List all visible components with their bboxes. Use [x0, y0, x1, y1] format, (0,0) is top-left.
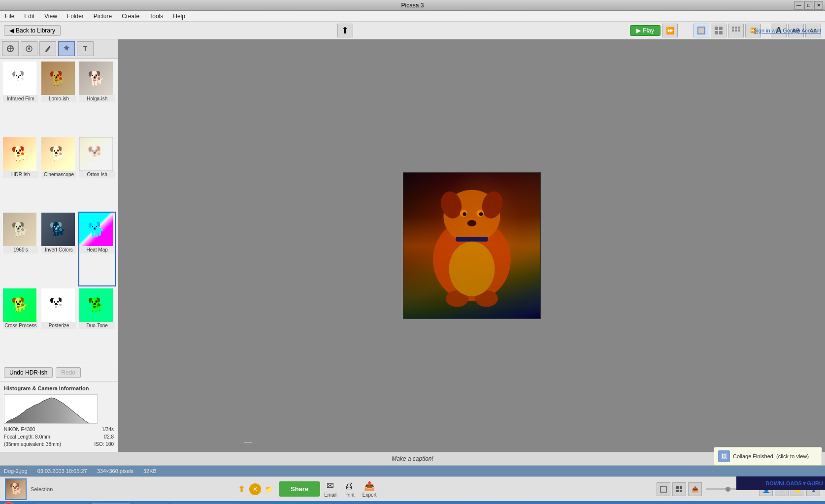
view-grid-button[interactable]: [672, 482, 686, 496]
email-label: Email: [324, 492, 336, 498]
effect-invert-label: Invert Colors: [41, 246, 77, 253]
play-nav-button[interactable]: ⏩: [662, 24, 678, 37]
menu-help[interactable]: Help: [170, 12, 188, 21]
play-group: ▶ Play ⏩: [630, 24, 678, 37]
export-label: Export: [363, 492, 377, 498]
watermark-text: DOWNLOADS▼GURU: [765, 480, 823, 486]
notification-toast[interactable]: 🖼 Collage Finished! (click to view): [714, 447, 822, 466]
view-single-button[interactable]: [657, 482, 670, 496]
brush-tool-button[interactable]: [39, 41, 56, 56]
scroll-indicator[interactable]: —: [244, 438, 252, 447]
play-button[interactable]: ▶ Play: [630, 25, 660, 36]
start-menu-button[interactable]: ☰: [2, 502, 16, 504]
svg-rect-3: [719, 27, 723, 30]
effect-cinemascope[interactable]: 🐕 Cinemascope: [40, 136, 78, 211]
menu-edit[interactable]: Edit: [21, 12, 37, 21]
effect-cross-process-label: Cross Process: [3, 322, 38, 329]
effect-posterize[interactable]: 🐕 Posterize: [40, 287, 78, 362]
effect-heat-map-label: Heat Map: [79, 246, 115, 253]
focal-length: Focal Length: 8.0mm: [4, 433, 50, 441]
effects-tool-button[interactable]: [58, 41, 75, 56]
svg-rect-35: [676, 490, 679, 492]
upload-action-button[interactable]: ⬆: [235, 483, 247, 495]
effect-lomo-ish[interactable]: 🐕 Lomo-ish: [40, 61, 78, 135]
menu-folder[interactable]: Folder: [64, 12, 87, 21]
toolbar-center-group: ⬆: [337, 24, 353, 37]
text-tool-button[interactable]: T: [77, 41, 94, 56]
album-view-1-button[interactable]: [693, 24, 709, 37]
svg-point-26: [479, 212, 482, 216]
photo-container: [403, 172, 541, 319]
dimensions-status: 334×360 pixels: [97, 468, 133, 474]
sign-in-link[interactable]: Sign in with Google Account: [754, 28, 821, 33]
effects-grid: 🐕 Infrared Film 🐕 Lomo-ish 🐕 Holga-ish: [0, 59, 118, 364]
statusbar: Dog-2.jpg 03.03.2003 18:05:27 334×360 pi…: [0, 466, 825, 476]
tuning-tool-button[interactable]: [21, 41, 37, 56]
histogram-chart: [4, 394, 98, 424]
email-action[interactable]: ✉ Email: [324, 480, 336, 498]
export-action[interactable]: 📤 Export: [363, 480, 377, 498]
filename-status: Dog-2.jpg: [4, 468, 28, 474]
maximize-button[interactable]: □: [804, 1, 813, 10]
left-panel: T 🐕 Infrared Film 🐕 Lomo-ish 🐕: [0, 39, 118, 452]
effect-orton-ish[interactable]: 🐕 Orton-ish: [78, 136, 116, 211]
album-view-3-button[interactable]: [728, 24, 744, 37]
effect-duo-tone[interactable]: 🐕 Duo-Tone: [78, 287, 116, 362]
share-button[interactable]: Share: [279, 481, 320, 497]
iso: ISO: 100: [95, 441, 114, 448]
print-icon: 🖨: [345, 481, 354, 491]
effect-heat-map[interactable]: 🐕 Heat Map: [78, 212, 116, 286]
effect-hdr-ish[interactable]: 🐕 HDR-ish: [2, 136, 39, 211]
toolbar: ◀ Back to Library ⬆ ▶ Play ⏩ ⏩ A AB AA S…: [0, 22, 825, 39]
svg-rect-11: [738, 30, 740, 32]
histogram-info: NIKON E4300 1/34s Focal Length: 8.0mm f/…: [4, 426, 114, 448]
menu-file[interactable]: File: [2, 12, 17, 21]
svg-rect-10: [735, 30, 737, 32]
titlebar: Picasa 3 — □ ✕: [0, 0, 825, 11]
titlebar-controls: — □ ✕: [794, 1, 823, 10]
svg-rect-36: [680, 490, 682, 492]
upload-icon-button[interactable]: ⬆: [337, 24, 353, 37]
play-icon: ▶: [636, 27, 641, 34]
menu-view[interactable]: View: [41, 12, 60, 21]
album-view-2-button[interactable]: [711, 24, 726, 37]
caption-text[interactable]: Make a caption!: [4, 455, 821, 462]
effect-orton-label: Orton-ish: [79, 171, 115, 178]
effect-1960s[interactable]: 🐕 1960's: [2, 212, 39, 286]
svg-point-16: [28, 48, 30, 50]
svg-rect-33: [676, 486, 679, 489]
upload-circle-button[interactable]: ✕: [249, 483, 261, 495]
effects-toolbar: T: [0, 39, 118, 59]
effect-infrared-film[interactable]: 🐕 Infrared Film: [2, 61, 39, 135]
minimize-button[interactable]: —: [794, 1, 803, 10]
share-quick-button[interactable]: 📤: [688, 482, 702, 496]
collage-icon: 🖼: [718, 450, 730, 462]
undo-button[interactable]: Undo HDR-ish: [4, 367, 53, 378]
equiv-mm: (35mm equivalent: 38mm): [4, 441, 61, 448]
effect-infrared-label: Infrared Film: [3, 95, 38, 102]
menubar: File Edit View Folder Picture Create Too…: [0, 11, 825, 22]
effect-1960s-label: 1960's: [3, 246, 38, 253]
taskbar: ☰ Menu 🌐 Mozilla Firefox 📷 Picasa 3 📁 Vi…: [0, 501, 825, 504]
selected-thumbnail[interactable]: 🐕: [5, 478, 27, 500]
notification-text: Collage Finished! (click to view): [733, 453, 809, 459]
effect-cross-process[interactable]: 🐕 Cross Process: [2, 287, 39, 362]
shutter-speed: 1/34s: [102, 426, 114, 433]
effect-hdr-label: HDR-ish: [3, 171, 38, 178]
close-button[interactable]: ✕: [814, 1, 823, 10]
effect-invert-colors[interactable]: 🐕 Invert Colors: [40, 212, 78, 286]
menu-tools[interactable]: Tools: [146, 12, 166, 21]
zoom-handle[interactable]: [726, 487, 730, 492]
effect-holga-ish[interactable]: 🐕 Holga-ish: [78, 61, 116, 135]
print-action[interactable]: 🖨 Print: [344, 481, 355, 498]
svg-rect-32: [660, 486, 666, 492]
photo-display: [403, 172, 541, 319]
caption-bar: Make a caption!: [0, 452, 825, 466]
folder-action-button[interactable]: 📁: [263, 483, 275, 495]
email-icon: ✉: [327, 480, 334, 491]
menu-create[interactable]: Create: [119, 12, 142, 21]
basic-tool-button[interactable]: [2, 41, 19, 56]
menu-picture[interactable]: Picture: [91, 12, 115, 21]
back-to-library-button[interactable]: ◀ Back to Library: [4, 25, 61, 36]
redo-button[interactable]: Redo: [56, 367, 81, 378]
